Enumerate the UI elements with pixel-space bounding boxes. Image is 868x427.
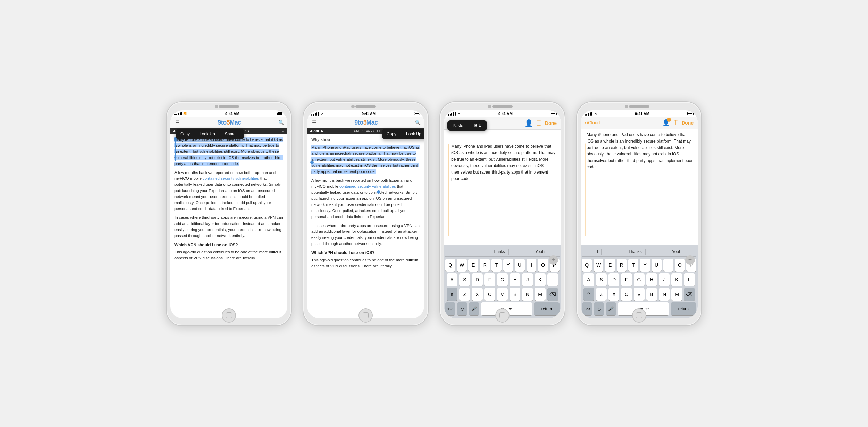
context-copy-1[interactable]: Copy (176, 129, 195, 139)
key-l-4[interactable]: L (684, 273, 695, 286)
key-a-4[interactable]: A (583, 273, 594, 286)
key-s-3[interactable]: S (459, 273, 470, 286)
key-e-4[interactable]: E (605, 259, 615, 272)
notes-content-3[interactable]: Many iPhone and iPad users have come to … (444, 130, 561, 245)
key-q-3[interactable]: Q (445, 259, 455, 272)
key-r-4[interactable]: R (617, 259, 627, 272)
home-button-2[interactable] (358, 308, 373, 323)
key-shift-4[interactable]: ⇧ (583, 288, 594, 301)
article-link-1[interactable]: contained security vulnerabilities (203, 176, 259, 180)
key-v-4[interactable]: V (634, 288, 645, 301)
bold-btn-3[interactable]: B|U (469, 120, 487, 131)
key-z-3[interactable]: Z (459, 288, 470, 301)
context-copy-2[interactable]: Copy (382, 129, 401, 139)
key-t-4[interactable]: T (628, 259, 638, 272)
selected-text-1: Many iPhone and iPad users have come to … (174, 137, 283, 166)
share-icon-3[interactable]: ⌶ (537, 119, 541, 127)
notes-done-3[interactable]: Done (545, 120, 557, 126)
key-z-4[interactable]: Z (596, 288, 607, 301)
notes-back-4[interactable]: ‹ iCloud (585, 120, 600, 126)
key-i-3[interactable]: I (527, 259, 536, 272)
home-button-1[interactable] (222, 308, 236, 323)
share-icon-4[interactable]: ⌶ (674, 119, 678, 126)
key-mic-4[interactable]: 🎤 (606, 302, 616, 315)
key-f-3[interactable]: F (484, 273, 495, 286)
key-d-4[interactable]: D (608, 273, 619, 286)
key-j-4[interactable]: J (659, 273, 670, 286)
home-button-3[interactable] (495, 308, 510, 323)
article-link-2[interactable]: contained security vulnerabilities (339, 184, 396, 188)
key-g-4[interactable]: G (634, 273, 645, 286)
key-w-3[interactable]: W (457, 259, 467, 272)
key-123-4[interactable]: 123 (582, 302, 592, 315)
notes-done-4[interactable]: Done (682, 120, 694, 126)
key-return-3[interactable]: return (534, 302, 560, 315)
key-m-4[interactable]: M (671, 288, 682, 301)
user-badge-icon-4[interactable]: 👤 1 (662, 119, 670, 127)
suggestion-i-4[interactable]: I (594, 249, 602, 255)
keyboard-3: I Thanks Yeah Q W E R T Y U I O P A S D … (444, 245, 561, 318)
safari-menu-btn-2[interactable]: ☰ (311, 120, 317, 125)
key-y-3[interactable]: Y (503, 259, 513, 272)
article-para-2-3: In cases where third-party apps are inse… (311, 223, 420, 247)
key-k-4[interactable]: K (671, 273, 682, 286)
context-share-1[interactable]: Share... (220, 129, 244, 139)
notes-content-4[interactable]: Many iPhone and iPad users have come to … (581, 129, 698, 245)
key-a-3[interactable]: A (447, 273, 457, 286)
safari-search-btn-1[interactable]: 🔍 (278, 120, 284, 125)
safari-menu-btn-1[interactable]: ☰ (174, 120, 181, 125)
key-n-4[interactable]: N (659, 288, 670, 301)
safari-search-btn-2[interactable]: 🔍 (415, 120, 421, 125)
key-d-3[interactable]: D (472, 273, 483, 286)
key-m-3[interactable]: M (535, 288, 546, 301)
key-u-3[interactable]: U (515, 259, 525, 272)
plus-btn-4[interactable]: + (685, 255, 695, 265)
key-o-3[interactable]: O (538, 259, 548, 272)
key-l-3[interactable]: L (547, 273, 558, 286)
key-c-4[interactable]: C (621, 288, 632, 301)
context-lookup-1[interactable]: Look Up (195, 129, 220, 139)
plus-btn-3[interactable]: + (549, 255, 558, 265)
key-k-3[interactable]: K (535, 273, 546, 286)
key-return-4[interactable]: return (671, 302, 696, 315)
suggestion-i-3[interactable]: I (457, 249, 465, 255)
key-v-3[interactable]: V (497, 288, 508, 301)
suggestion-yeah-3[interactable]: Yeah (532, 249, 548, 255)
key-shift-3[interactable]: ⇧ (447, 288, 457, 301)
home-button-4[interactable] (632, 308, 646, 323)
key-x-3[interactable]: X (472, 288, 483, 301)
suggestion-thanks-4[interactable]: Thanks (625, 249, 646, 255)
key-b-4[interactable]: B (646, 288, 657, 301)
key-e-3[interactable]: E (468, 259, 478, 272)
key-q-4[interactable]: Q (582, 259, 592, 272)
key-w-4[interactable]: W (594, 259, 603, 272)
key-backspace-3[interactable]: ⌫ (547, 288, 558, 301)
key-g-3[interactable]: G (497, 273, 508, 286)
key-i-4[interactable]: I (663, 259, 673, 272)
key-f-4[interactable]: F (621, 273, 632, 286)
key-h-3[interactable]: H (510, 273, 520, 286)
paste-btn-3[interactable]: Paste (447, 120, 469, 131)
key-emoji-3[interactable]: ☺ (457, 302, 467, 315)
key-s-4[interactable]: S (596, 273, 607, 286)
key-n-3[interactable]: N (522, 288, 533, 301)
key-123-3[interactable]: 123 (445, 302, 455, 315)
suggestion-thanks-3[interactable]: Thanks (488, 249, 509, 255)
suggestion-yeah-4[interactable]: Yeah (669, 249, 685, 255)
key-o-4[interactable]: O (675, 259, 685, 272)
key-u-4[interactable]: U (652, 259, 662, 272)
key-b-3[interactable]: B (510, 288, 520, 301)
key-emoji-4[interactable]: ☺ (594, 302, 604, 315)
key-t-3[interactable]: T (491, 259, 501, 272)
user-icon-3[interactable]: 👤 (524, 119, 533, 127)
key-c-3[interactable]: C (484, 288, 495, 301)
key-r-3[interactable]: R (480, 259, 490, 272)
key-y-4[interactable]: Y (640, 259, 650, 272)
key-x-4[interactable]: X (608, 288, 619, 301)
key-j-3[interactable]: J (522, 273, 533, 286)
key-backspace-4[interactable]: ⌫ (684, 288, 695, 301)
key-mic-3[interactable]: 🎤 (469, 302, 479, 315)
iphone-1: 📶 9:41 AM ☰ 9to5Mac 🔍 (166, 101, 292, 326)
context-lookup-2[interactable]: Look Up (401, 129, 424, 139)
key-h-4[interactable]: H (646, 273, 657, 286)
